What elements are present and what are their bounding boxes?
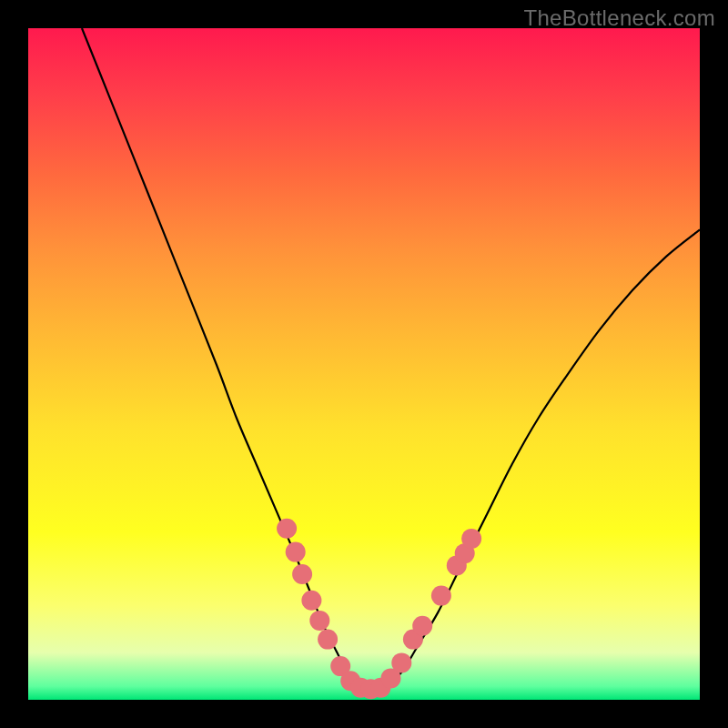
plot-area <box>28 28 700 700</box>
data-marker <box>431 586 451 606</box>
chart-frame: TheBottleneck.com <box>0 0 728 728</box>
data-marker <box>292 564 312 584</box>
data-marker <box>412 616 432 636</box>
data-marker <box>391 652 411 672</box>
watermark-text: TheBottleneck.com <box>523 5 715 31</box>
marker-group <box>277 519 481 699</box>
data-marker <box>277 519 297 539</box>
data-marker <box>309 611 329 631</box>
data-marker <box>286 542 306 562</box>
data-marker <box>318 630 338 650</box>
chart-svg <box>28 28 700 700</box>
bottleneck-curve <box>82 28 700 690</box>
data-marker <box>461 529 481 549</box>
data-marker <box>301 591 321 611</box>
